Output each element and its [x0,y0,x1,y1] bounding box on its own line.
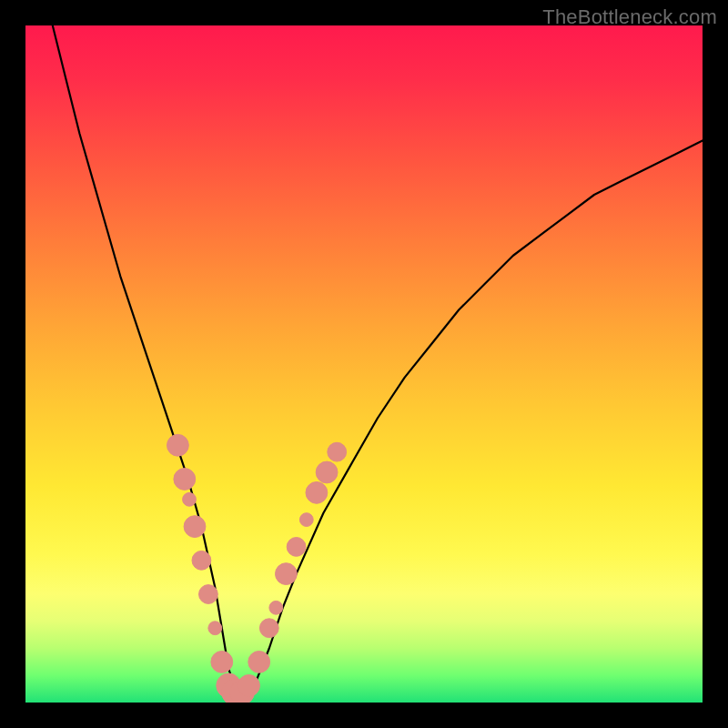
curve-marker [238,675,260,697]
curve-marker [192,551,211,570]
curve-marker [167,434,189,456]
chart-frame: TheBottleneck.com [0,0,728,728]
curve-marker [259,619,278,638]
curve-marker [174,469,196,490]
curve-marker [287,538,306,557]
curve-markers [167,434,347,703]
watermark-text: TheBottleneck.com [542,5,717,29]
curve-marker [199,585,218,604]
bottleneck-curve [53,25,703,696]
curve-marker [183,492,197,506]
curve-marker [269,601,283,614]
curve-marker [211,652,233,673]
curve-svg [25,25,703,703]
curve-marker [184,516,206,538]
curve-marker [248,652,270,673]
plot-area [25,25,703,703]
curve-marker [306,482,328,504]
curve-marker [316,461,338,483]
curve-marker [299,513,313,527]
curve-marker [276,563,298,585]
curve-marker [328,442,347,461]
curve-marker [208,622,222,635]
